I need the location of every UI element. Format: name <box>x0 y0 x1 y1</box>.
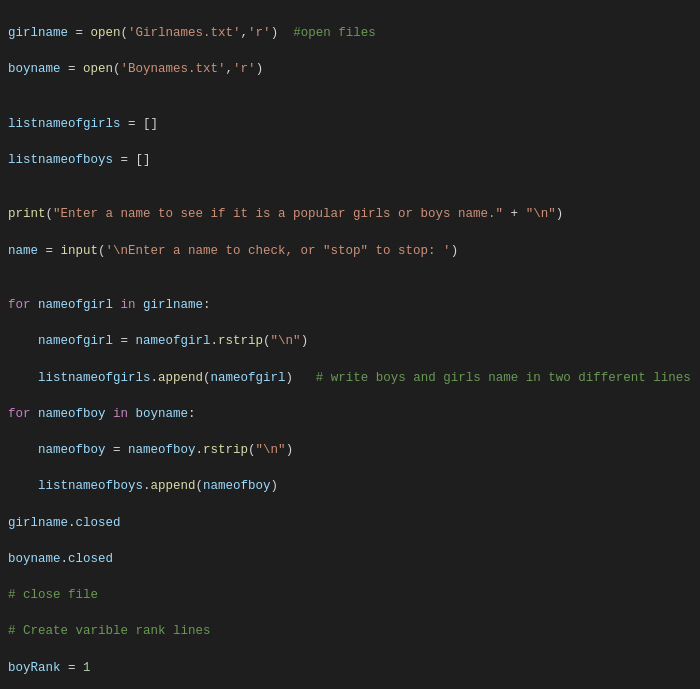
code-line-19: # Create varible rank lines <box>8 622 692 640</box>
code-editor: girlname = open('Girlnames.txt','r') #op… <box>0 0 700 689</box>
code-line-12: listnameofgirls.append(nameofgirl) # wri… <box>8 369 692 387</box>
code-line-8: name = input('\nEnter a name to check, o… <box>8 242 692 260</box>
code-line-4: listnameofgirls = [] <box>8 115 692 133</box>
code-line-10: for nameofgirl in girlname: <box>8 296 692 314</box>
code-line-7: print("Enter a name to see if it is a po… <box>8 205 692 223</box>
code-line-18: # close file <box>8 586 692 604</box>
code-line-1: girlname = open('Girlnames.txt','r') #op… <box>8 24 692 42</box>
code-line-20: boyRank = 1 <box>8 659 692 677</box>
code-line-2: boyname = open('Boynames.txt','r') <box>8 60 692 78</box>
code-line-16: girlname.closed <box>8 514 692 532</box>
code-line-13: for nameofboy in boyname: <box>8 405 692 423</box>
code-line-14: nameofboy = nameofboy.rstrip("\n") <box>8 441 692 459</box>
code-line-11: nameofgirl = nameofgirl.rstrip("\n") <box>8 332 692 350</box>
code-line-15: listnameofboys.append(nameofboy) <box>8 477 692 495</box>
code-line-5: listnameofboys = [] <box>8 151 692 169</box>
code-line-17: boyname.closed <box>8 550 692 568</box>
